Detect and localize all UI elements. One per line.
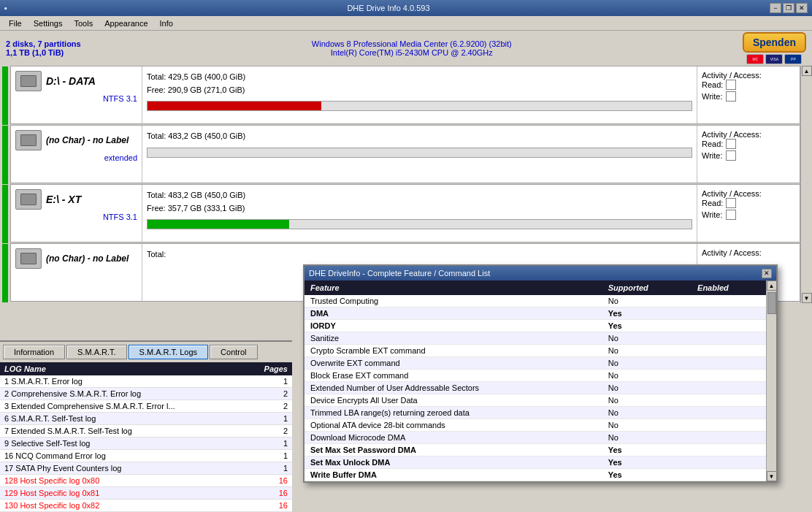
main-scrollbar[interactable]: ▲ ▼ [800, 66, 812, 303]
read-checkbox-2[interactable] [726, 139, 736, 149]
title-bar-controls: − ❐ ✕ [770, 3, 808, 13]
feature-scroll-down[interactable]: ▼ [767, 471, 777, 481]
log-row-pages-6: 1 [248, 450, 292, 462]
feature-name-1: DMA [304, 307, 602, 320]
close-button[interactable]: ✕ [796, 3, 808, 13]
feature-table-container: Feature Supported Enabled Trusted Comput… [304, 280, 766, 481]
log-table-row-5[interactable]: 9 Selective Self-Test log1 [0, 438, 292, 450]
drive-activity-2: Activity / Access: Read: Write: [697, 126, 800, 183]
read-checkbox-3[interactable] [726, 198, 736, 208]
log-table-row-4[interactable]: 7 Extended S.M.A.R.T. Self-Test log2 [0, 425, 292, 438]
log-table-row-8[interactable]: 128 Host Specific log 0x8016 [0, 475, 292, 487]
feature-scroll-thumb[interactable] [767, 292, 776, 314]
info-bar: 2 disks, 7 partitions 1,1 TB (1,0 TiB) W… [0, 31, 812, 66]
feature-scrollbar[interactable]: ▲ ▼ [766, 280, 776, 481]
feature-supported-2: Yes [602, 320, 692, 332]
log-row-pages-7: 1 [248, 462, 292, 475]
log-table-row-6[interactable]: 16 NCQ Command Error log1 [0, 450, 292, 462]
feature-enabled-4 [692, 345, 766, 357]
system-info-left: 2 disks, 7 partitions 1,1 TB (1,0 TiB) [6, 39, 81, 57]
write-label-1: Write: [702, 92, 723, 101]
menu-info[interactable]: Info [154, 18, 179, 29]
drive-indicator-2 [2, 126, 8, 184]
feature-enabled-11 [692, 432, 766, 444]
feature-supported-1: Yes [602, 307, 692, 320]
tab-information[interactable]: Information [3, 345, 65, 359]
activity-label-2: Activity / Access: [702, 130, 795, 139]
drive-activity-1: Activity / Access: Read: Write: [697, 66, 800, 123]
drive-fs-1: NTFS 3.1 [15, 94, 137, 103]
menu-appearance[interactable]: Appearance [99, 18, 153, 29]
feature-name-3: Sanitize [304, 332, 602, 345]
feature-enabled-1 [692, 307, 766, 320]
log-table-row-3[interactable]: 6 S.M.A.R.T. Self-Test log1 [0, 413, 292, 425]
drive-row-1: D:\ - DATA NTFS 3.1 Total: 429,5 GB (400… [10, 66, 800, 124]
drive-label-4: (no Char) - no Label [11, 244, 142, 301]
tab-control[interactable]: Control [210, 345, 257, 359]
feature-popup: DHE DriveInfo - Complete Feature / Comma… [303, 264, 778, 483]
log-row-name-5: 9 Selective Self-Test log [0, 438, 248, 450]
tab-smart-logs[interactable]: S.M.A.R.T. Logs [129, 345, 208, 359]
feature-supported-3: No [602, 332, 692, 345]
menu-tools[interactable]: Tools [68, 18, 99, 29]
write-checkbox-3[interactable] [726, 210, 736, 220]
feature-row-2: IORDYYes [304, 320, 766, 332]
feature-enabled-2 [692, 320, 766, 332]
log-table-row-2[interactable]: 3 Extended Comprehensive S.M.A.R.T. Erro… [0, 400, 292, 413]
write-checkbox-1[interactable] [726, 91, 736, 102]
feature-row-12: Set Max Set Password DMAYes [304, 444, 766, 456]
log-row-name-7: 17 SATA Phy Event Counters log [0, 462, 248, 475]
minimize-button[interactable]: − [770, 3, 781, 13]
popup-close-button[interactable]: ✕ [762, 269, 772, 278]
write-checkbox-2[interactable] [726, 150, 736, 161]
os-info: Windows 8 Professional Media Center (6.2… [312, 39, 512, 48]
hdd-icon-1 [15, 71, 42, 91]
feature-enabled-0 [692, 295, 766, 307]
feature-enabled-14 [692, 469, 766, 481]
log-row-name-0: 1 S.M.A.R.T. Error log [0, 375, 248, 388]
log-table-row-7[interactable]: 17 SATA Phy Event Counters log1 [0, 462, 292, 475]
log-table-row-10[interactable]: 130 Host Specific log 0x8216 [0, 500, 292, 512]
log-table-row-9[interactable]: 129 Host Specific log 0x8116 [0, 487, 292, 500]
feature-row-13: Set Max Unlock DMAYes [304, 456, 766, 469]
write-row-2: Write: [702, 150, 795, 161]
log-table-row-1[interactable]: 2 Comprehensive S.M.A.R.T. Error log2 [0, 388, 292, 400]
feature-supported-13: Yes [602, 456, 692, 469]
restore-button[interactable]: ❐ [783, 3, 794, 13]
feature-supported-4: No [602, 345, 692, 357]
scroll-down-arrow[interactable]: ▼ [802, 293, 812, 303]
feature-name-14: Write Buffer DMA [304, 469, 602, 481]
drive-total-1: Total: 429,5 GB (400,0 GiB) [147, 71, 692, 84]
feature-row-4: Crypto Scramble EXT commandNo [304, 345, 766, 357]
drive-free-1: Free: 290,9 GB (271,0 GiB) [147, 84, 692, 97]
spenden-button[interactable]: Spenden [743, 32, 806, 53]
drive-name-2: (no Char) - no Label [46, 135, 129, 145]
drive-indicator-3 [2, 185, 8, 243]
feature-name-9: Trimmed LBA range(s) returning zeroed da… [304, 407, 602, 419]
feature-scroll-up[interactable]: ▲ [767, 280, 777, 291]
drive-total-3: Total: 483,2 GB (450,0 GiB) [147, 189, 692, 202]
tab-smart[interactable]: S.M.A.R.T. [66, 345, 127, 359]
log-table-row-0[interactable]: 1 S.M.A.R.T. Error log1 [0, 375, 292, 388]
menu-file[interactable]: File [3, 18, 28, 29]
read-row-1: Read: [702, 80, 795, 90]
feature-enabled-13 [692, 456, 766, 469]
drive-row-2: (no Char) - no Label extended Total: 483… [10, 125, 800, 183]
title-bar: ▪ DHE Drive Info 4.0.593 − ❐ ✕ [0, 0, 812, 16]
feature-enabled-8 [692, 394, 766, 407]
feature-row-6: Block Erase EXT commandNo [304, 370, 766, 382]
log-row-name-10: 130 Host Specific log 0x82 [0, 500, 248, 512]
drive-info-2: Total: 483,2 GB (450,0 GiB) [142, 126, 697, 183]
hdd-icon-3 [15, 189, 42, 210]
read-checkbox-1[interactable] [726, 80, 736, 90]
feature-col-enabled: Enabled [692, 280, 766, 295]
feature-enabled-12 [692, 444, 766, 456]
scroll-up-arrow[interactable]: ▲ [802, 66, 812, 76]
log-row-name-2: 3 Extended Comprehensive S.M.A.R.T. Erro… [0, 400, 248, 413]
feature-name-12: Set Max Set Password DMA [304, 444, 602, 456]
activity-label-4: Activity / Access: [702, 248, 795, 257]
drive-info-1: Total: 429,5 GB (400,0 GiB) Free: 290,9 … [142, 66, 697, 123]
feature-supported-0: No [602, 295, 692, 307]
menu-settings[interactable]: Settings [28, 18, 69, 29]
feature-enabled-6 [692, 370, 766, 382]
